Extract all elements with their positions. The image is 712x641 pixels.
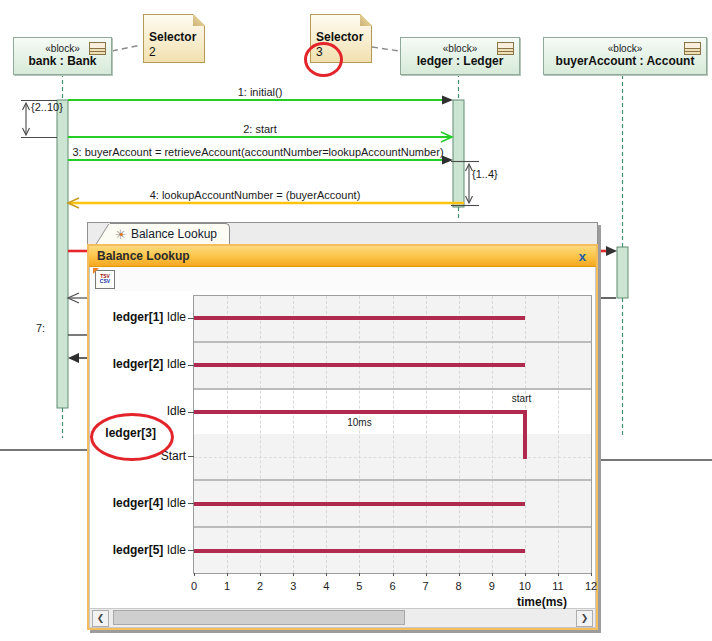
axis-tick — [194, 573, 195, 576]
state-line — [194, 502, 525, 506]
axis-tick — [558, 573, 559, 576]
axis-tick — [492, 573, 493, 576]
note-fold-icon — [193, 14, 205, 26]
block-buyerAccount-name: buyerAccount : Account — [556, 55, 695, 69]
window-panel: Balance Lookup x TSV CSV ledger[1] Idlel… — [87, 244, 598, 630]
axis-tick — [591, 573, 592, 576]
gridline — [492, 296, 493, 573]
block-buyerAccount[interactable]: «block» buyerAccount : Account — [543, 37, 707, 75]
state-label: Idle — [163, 543, 186, 557]
note-fold-icon — [360, 14, 372, 26]
scroll-left-icon[interactable]: ❮ — [92, 610, 109, 627]
close-icon[interactable]: x — [579, 250, 586, 263]
state-label: Idle — [163, 496, 186, 510]
gridline — [426, 296, 427, 573]
block-bank[interactable]: «block» bank : Bank — [13, 37, 112, 75]
message-7-label: 7: — [36, 322, 45, 334]
note-value: 2 — [149, 45, 199, 59]
lifeline-label: ledger[5] Idle — [113, 543, 186, 557]
gridline — [260, 296, 261, 573]
state-label: Idle — [167, 404, 186, 418]
lane-separator — [194, 479, 591, 481]
window-title: Balance Lookup — [97, 249, 579, 263]
state-line — [194, 363, 525, 367]
highlight-circle-selector-3 — [304, 42, 343, 77]
tick-label: 5 — [356, 580, 362, 592]
window-toolbar: TSV CSV — [90, 267, 595, 291]
export-icon-csv-text: CSV — [100, 279, 110, 284]
message-8-line — [68, 353, 88, 363]
axis-tick — [326, 573, 327, 576]
horizontal-scrollbar[interactable]: ❮ ❯ — [90, 608, 595, 627]
tick-label: 1 — [224, 580, 230, 592]
axis-tick — [227, 573, 228, 576]
axis-tick — [393, 573, 394, 576]
state-line — [194, 549, 525, 553]
axis-tick — [260, 573, 261, 576]
axis-tick — [525, 573, 526, 576]
duration-constraint-2-label: {1..4} — [472, 168, 498, 180]
tick-label: 7 — [423, 580, 429, 592]
axis-tick — [359, 573, 360, 576]
axis-tick — [293, 573, 294, 576]
gridline — [558, 296, 559, 573]
lifeline-name: ledger[4] — [113, 496, 164, 510]
compartments-icon — [684, 42, 701, 55]
block-ledger[interactable]: «block» ledger : Ledger — [400, 37, 520, 75]
axis-tick — [426, 573, 427, 576]
tick-label: 10 — [519, 580, 531, 592]
lifeline-label: ledger[4] Idle — [113, 496, 186, 510]
message-3-label: 3: buyerAccount = retrieveAccount(accoun… — [58, 146, 458, 158]
message-4-label: 4: lookupAccountNumber = (buyerAccount) — [105, 189, 405, 201]
tab-label: Balance Lookup — [131, 227, 217, 241]
window-content: TSV CSV ledger[1] Idleledger[2] IdleIdle… — [89, 267, 596, 628]
gridline — [227, 296, 228, 573]
scrollbar-thumb[interactable] — [113, 610, 405, 625]
block-ledger-name: ledger : Ledger — [417, 55, 504, 69]
axis-tick — [459, 573, 460, 576]
tick-label: 11 — [552, 580, 563, 592]
message-2-label: 2: start — [160, 123, 360, 135]
message-1-label: 1: initial() — [160, 86, 360, 98]
axis-title: time(ms) — [517, 595, 567, 609]
gridline — [393, 296, 394, 573]
lane-separator — [194, 388, 591, 390]
tick-label: 0 — [191, 580, 197, 592]
tick-label: 8 — [456, 580, 462, 592]
lifeline-label: ledger[2] Idle — [113, 357, 186, 371]
timing-diagram-icon: ✳ — [115, 228, 126, 241]
tick-label: 3 — [290, 580, 296, 592]
gridline — [459, 296, 460, 573]
tick-label: 2 — [257, 580, 263, 592]
balance-lookup-window: ✳ Balance Lookup Balance Lookup x TSV CS… — [87, 222, 598, 630]
tick-label: 6 — [389, 580, 395, 592]
timing-chart-area: ledger[1] Idleledger[2] IdleIdleStartled… — [90, 291, 595, 608]
tick-label: 9 — [489, 580, 495, 592]
lifeline-name: ledger[2] — [113, 357, 164, 371]
state-transition-line — [523, 410, 527, 459]
state-label: Idle — [163, 310, 186, 324]
tick-label: 4 — [323, 580, 329, 592]
lifeline-label: ledger[1] Idle — [113, 310, 186, 324]
lifeline-name: ledger[1] — [113, 310, 164, 324]
compartments-icon — [497, 42, 514, 55]
block-bank-name: bank : Bank — [28, 55, 96, 69]
compartments-icon — [89, 42, 106, 55]
gridline — [359, 296, 360, 573]
state-line — [194, 316, 525, 320]
tab-strip: ✳ Balance Lookup — [87, 222, 598, 244]
note-title: Selector — [149, 30, 199, 44]
duration-constraint-1-label: {2..10} — [31, 101, 63, 113]
timing-plot: ledger[1] Idleledger[2] IdleIdleStartled… — [193, 295, 592, 574]
tick-label: 12 — [585, 580, 597, 592]
annotation: 10ms — [347, 417, 371, 428]
lane-separator — [194, 526, 591, 528]
window-title-bar[interactable]: Balance Lookup x — [89, 246, 596, 267]
export-tsv-csv-icon[interactable]: TSV CSV — [95, 270, 115, 289]
activation-bar-buyerAccount — [617, 247, 628, 298]
lifeline-name: ledger[5] — [113, 543, 164, 557]
lane-separator — [194, 341, 591, 343]
tab-balance-lookup[interactable]: ✳ Balance Lookup — [110, 223, 230, 244]
state-line — [194, 410, 525, 414]
scroll-right-icon[interactable]: ❯ — [576, 610, 593, 627]
